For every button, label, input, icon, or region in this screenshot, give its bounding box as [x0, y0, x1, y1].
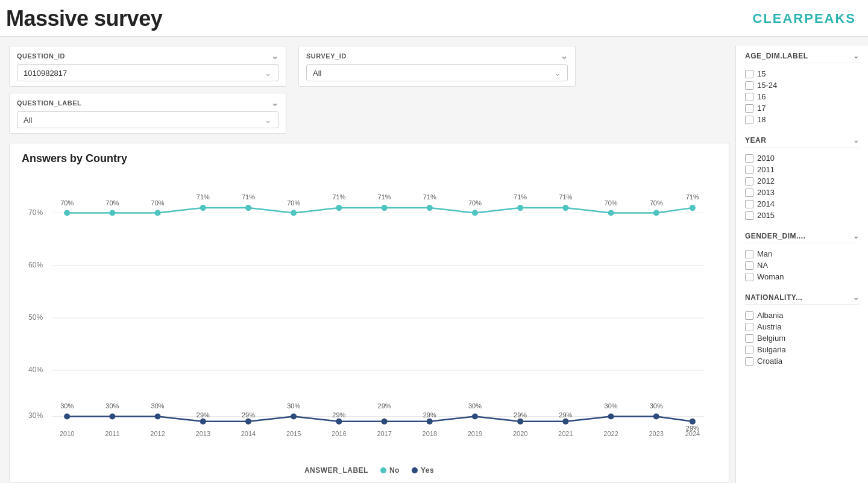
question-label-dropdown-chevron[interactable]: ⌄	[265, 115, 272, 125]
question-label-chevron[interactable]: ⌄	[271, 98, 279, 108]
nationality-austria-item[interactable]: Austria	[745, 321, 859, 332]
svg-text:50%: 50%	[28, 313, 43, 322]
year-2011-item[interactable]: 2011	[745, 164, 859, 175]
age-17-checkbox[interactable]	[745, 104, 753, 113]
year-2014-checkbox[interactable]	[745, 200, 753, 208]
question-id-dropdown-chevron[interactable]: ⌄	[265, 68, 272, 78]
survey-id-dropdown-chevron[interactable]: ⌄	[554, 68, 561, 78]
gender-na-item[interactable]: NA	[745, 260, 859, 271]
year-filter-group: YEAR ⌄ 2010 2011 2012 2013	[745, 136, 859, 221]
age-15-item[interactable]: 15	[745, 68, 859, 79]
question-id-chevron[interactable]: ⌄	[271, 51, 279, 61]
svg-point-66	[562, 419, 568, 425]
legend-no-dot	[380, 467, 386, 473]
gender-man-item[interactable]: Man	[745, 248, 859, 260]
age-18-checkbox[interactable]	[745, 116, 753, 124]
age-16-checkbox[interactable]	[745, 93, 753, 101]
legend-yes: Yes	[412, 466, 434, 475]
svg-text:29%: 29%	[242, 411, 255, 419]
svg-text:29%: 29%	[197, 411, 210, 419]
year-2010-checkbox[interactable]	[745, 154, 753, 163]
svg-text:30%: 30%	[60, 402, 74, 410]
question-id-value[interactable]: 1010982817 ⌄	[17, 64, 278, 81]
age-15-24-checkbox[interactable]	[745, 81, 753, 90]
svg-point-56	[109, 413, 115, 419]
age-17-item[interactable]: 17	[745, 102, 859, 114]
svg-text:70%: 70%	[605, 199, 618, 207]
svg-text:70%: 70%	[28, 208, 43, 217]
svg-point-32	[382, 205, 388, 211]
nationality-austria-checkbox[interactable]	[745, 323, 753, 331]
age-dim-chevron[interactable]: ⌄	[853, 52, 860, 60]
svg-text:2019: 2019	[468, 431, 483, 438]
svg-point-31	[336, 205, 342, 211]
svg-text:30%: 30%	[151, 402, 165, 410]
svg-point-61	[336, 419, 342, 425]
survey-id-chevron[interactable]: ⌄	[561, 51, 568, 61]
year-2010-item[interactable]: 2010	[745, 152, 859, 164]
right-sidebar: AGE_DIM.LABEL ⌄ 15 15-24 16 17	[735, 46, 868, 483]
nationality-albania-checkbox[interactable]	[745, 311, 753, 320]
chart-title: Answers by Country	[22, 152, 717, 165]
legend-yes-dot	[412, 467, 418, 473]
svg-text:70%: 70%	[60, 199, 74, 207]
svg-point-63	[427, 419, 433, 425]
svg-text:70%: 70%	[151, 199, 165, 207]
gender-man-checkbox[interactable]	[745, 250, 753, 258]
year-chevron[interactable]: ⌄	[853, 136, 860, 145]
answer-label-text: ANSWER_LABEL	[304, 466, 368, 475]
svg-text:71%: 71%	[332, 193, 345, 201]
svg-point-29	[245, 205, 251, 211]
nationality-croatia-item[interactable]: Croatia	[745, 355, 859, 367]
gender-woman-checkbox[interactable]	[745, 273, 753, 281]
year-2012-item[interactable]: 2012	[745, 175, 859, 187]
year-2013-item[interactable]: 2013	[745, 187, 859, 198]
svg-text:70%: 70%	[287, 199, 300, 207]
year-2014-item[interactable]: 2014	[745, 198, 859, 210]
chart-container: 70% 60% 50% 40% 30% 2010	[22, 174, 717, 463]
svg-point-57	[155, 413, 161, 419]
svg-point-37	[608, 210, 614, 216]
year-2015-checkbox[interactable]	[745, 211, 753, 220]
gender-dim-chevron[interactable]: ⌄	[853, 232, 860, 240]
question-label-value[interactable]: All ⌄	[17, 111, 278, 128]
nationality-belgium-checkbox[interactable]	[745, 334, 753, 343]
svg-text:40%: 40%	[28, 366, 43, 374]
legend-yes-label: Yes	[421, 466, 434, 475]
survey-id-value[interactable]: All ⌄	[306, 64, 568, 81]
svg-point-55	[64, 413, 70, 419]
nationality-filter-group: NATIONALITY... ⌄ Albania Austria Belgium	[745, 293, 859, 367]
svg-point-30	[291, 210, 297, 216]
svg-text:30%: 30%	[28, 411, 43, 420]
age-16-item[interactable]: 16	[745, 91, 859, 102]
svg-text:29%: 29%	[686, 425, 699, 432]
year-2012-checkbox[interactable]	[745, 177, 753, 185]
svg-point-33	[427, 205, 433, 211]
nationality-belgium-item[interactable]: Belgium	[745, 332, 859, 344]
age-18-item[interactable]: 18	[745, 114, 859, 125]
svg-text:71%: 71%	[514, 193, 527, 201]
svg-point-58	[200, 419, 206, 425]
svg-text:71%: 71%	[686, 193, 699, 201]
nationality-albania-item[interactable]: Albania	[745, 310, 859, 321]
nationality-bulgaria-item[interactable]: Bulgaria	[745, 344, 859, 355]
svg-text:2016: 2016	[332, 431, 347, 438]
svg-point-59	[245, 419, 251, 425]
nationality-chevron[interactable]: ⌄	[853, 293, 860, 302]
nationality-bulgaria-checkbox[interactable]	[745, 346, 753, 354]
year-2015-item[interactable]: 2015	[745, 210, 859, 221]
svg-point-67	[608, 413, 614, 419]
year-2011-checkbox[interactable]	[745, 166, 753, 174]
svg-text:2012: 2012	[150, 431, 165, 438]
svg-text:30%: 30%	[105, 402, 119, 410]
gender-na-checkbox[interactable]	[745, 261, 753, 270]
question-label-label: QUESTION_LABEL ⌄	[17, 98, 278, 108]
nationality-croatia-checkbox[interactable]	[745, 357, 753, 366]
svg-text:30%: 30%	[650, 402, 663, 410]
svg-point-64	[472, 413, 478, 419]
age-15-checkbox[interactable]	[745, 70, 753, 78]
gender-woman-item[interactable]: Woman	[745, 271, 859, 282]
svg-text:2022: 2022	[603, 431, 618, 438]
age-15-24-item[interactable]: 15-24	[745, 79, 859, 91]
year-2013-checkbox[interactable]	[745, 189, 753, 197]
